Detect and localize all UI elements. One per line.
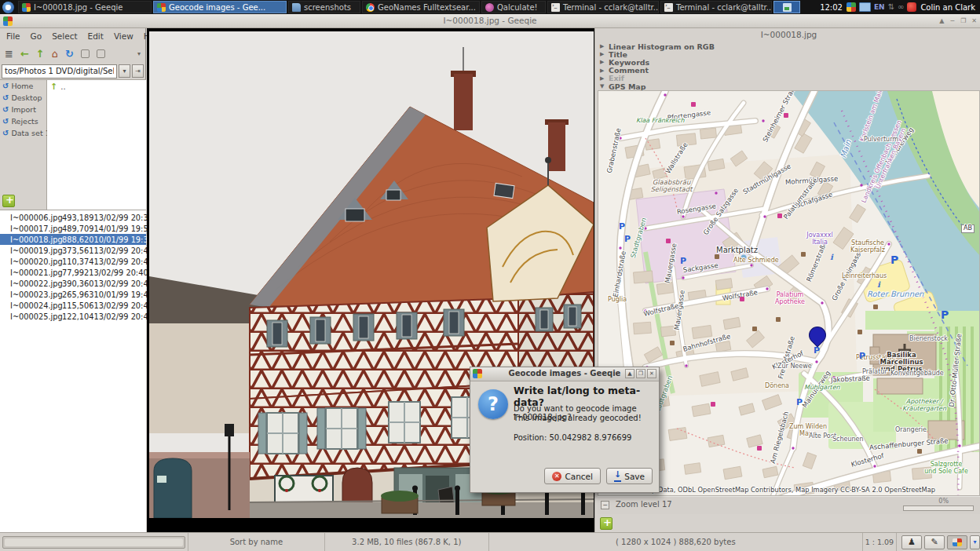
bookmark-icon: ↺ [2,129,9,137]
dialog-text-line2: This image is already geocoded! [514,414,642,422]
left-panel: FileGoSelectEditViewHelp ≣←↑⌂↻▾ ▾ ⇥ ↺ Ho… [0,28,146,532]
dialog-window-control-icon[interactable]: ▲ [625,369,634,378]
map-poi-icon [858,330,862,334]
save-button[interactable]: ↓ Save [606,468,653,484]
toolbar-icon[interactable]: ← [20,48,29,60]
toolbar-icon[interactable]: ↑ [36,48,45,60]
taskbar: I~000018.jpg - Geeqie Geocode images - G… [0,0,980,14]
taskbar-window-button[interactable]: GeoNames Fulltextsear... [362,1,480,13]
sidebar-section-header[interactable]: ▶ Title [598,50,980,58]
file-row[interactable]: I~000020.jpg 110,374 13/02/99 20:40:00 [0,256,146,267]
tray-icon[interactable] [859,2,871,12]
map-poi-icon: P [859,352,865,360]
shortcut-item[interactable]: ↺ Data set 1 [0,127,46,139]
map-label: Glaabsbräu Seligenstadt [647,179,696,193]
sidebar-section-header[interactable]: ▼ GPS Map [598,82,980,90]
map-label: Pulverturm [864,137,898,143]
file-row[interactable]: I~000021.jpg 77,992 13/02/99 20:40:02 [0,267,146,278]
window-control-icon[interactable]: − [949,16,955,26]
file-row[interactable]: I~000025.jpg 122,104 13/02/99 20:40:08 [0,312,146,323]
file-row[interactable]: I~000006.jpg 493,189 13/02/99 20:39:56 [0,212,146,223]
map-poi-icon: i [877,281,880,289]
tray-icon[interactable]: ∞ [898,2,904,13]
map-label: Bienenstock [909,336,948,342]
status-tool-button[interactable]: ✎ [924,535,945,549]
taskbar-window-label: Qalculate! [497,3,538,12]
sidebar-section-header[interactable]: ▶ Linear Histogram on RGB [598,42,980,50]
taskbar-window-button[interactable]: Geocode images - Gee... [153,1,287,13]
file-row[interactable]: I~000017.jpg 489,709 14/01/99 19:55:42 [0,223,146,234]
tray-icon[interactable]: EN [874,2,885,13]
cancel-button[interactable]: ✕ Cancel [544,468,601,484]
path-dropdown-button[interactable]: ▾ [119,64,130,78]
status-bar: Sort by name 3.2 MB, 10 files (867.8 K, … [0,532,980,551]
toolbar-icon[interactable]: ≣ [5,48,13,60]
start-menu-icon[interactable] [2,2,14,13]
folder-up-item[interactable]: ↑ .. [47,80,146,93]
menu-item[interactable]: Go [31,31,42,45]
dialog-window-control-icon[interactable]: ✕ [647,369,656,378]
tray-icon[interactable] [847,2,856,12]
file-row[interactable]: I~000022.jpg 390,360 13/02/99 20:40:06 [0,279,146,290]
toolbar-icon[interactable] [81,49,90,58]
taskbar-window-label: I~000018.jpg - Geeqie [34,3,122,12]
sidebar-section-header[interactable]: ▶ Comment [598,67,980,75]
file-row[interactable]: I~000023.jpg 265,963 10/01/99 19:40:46 [0,290,146,301]
file-row[interactable]: I~000024.jpg 115,506 13/02/99 20:40:08 [0,301,146,312]
menu-item[interactable]: Edit [88,31,104,45]
map-label: AB [961,224,975,232]
toolbar-icon[interactable] [97,49,105,58]
menu-item[interactable]: File [6,31,20,45]
dialog-window-control-icon[interactable]: ❐ [636,369,645,378]
taskbar-window-button[interactable]: Qalculate! [481,1,546,13]
taskbar-window-label: GeoNames Fulltextsear... [378,3,476,12]
shortcut-item[interactable]: ↺ Import [0,104,46,115]
shortcut-item[interactable]: ↺ Rejects [0,115,46,127]
taskbar-window-button[interactable]: I~000018.jpg - Geeqie [18,1,152,13]
path-input[interactable] [2,64,117,78]
collapse-button[interactable]: − [601,501,609,509]
status-tool-button[interactable] [947,535,967,549]
tray-icon[interactable]: ⇅ [888,2,894,13]
zoom-ratio-status[interactable]: 1 : 1.09 [863,533,897,551]
window-control-icon[interactable]: ✕ [971,16,977,26]
taskbar-window-button[interactable]: Terminal - cclark@talltr... [660,1,772,13]
menu-item[interactable]: View [114,31,133,45]
toolbar: ≣←↑⌂↻▾ [0,45,145,63]
tray-icon[interactable] [907,2,916,12]
window-control-icon[interactable]: ❐ [960,16,966,26]
file-row[interactable]: I~000018.jpg 888,620 10/01/99 19:39:16 [0,234,146,245]
map-label: Mühlgarten [804,385,840,391]
window-control-icon[interactable]: ▲ [939,16,944,26]
cancel-x-icon: ✕ [552,472,561,481]
map-poi-icon [752,327,757,331]
bookmark-icon: ↺ [2,117,9,126]
status-tool-button[interactable]: ♟ [901,535,922,549]
sidebar-section-header[interactable]: ▶ Keywords [598,58,980,66]
add-shortcut-button[interactable] [2,195,15,207]
sidebar-section-header[interactable]: ▶ Exif [598,75,980,82]
status-tool-button[interactable]: ▾ [970,535,980,549]
toolbar-icon[interactable]: ⌂ [52,48,58,60]
taskbar-window-button[interactable]: Terminal - cclark@talltr... [547,1,659,13]
map-label: Klaa Fränkreich [636,118,684,124]
shortcut-item[interactable]: ↺ Home [0,80,46,92]
menu-item[interactable]: Select [52,31,77,45]
taskbar-window-button[interactable]: screenshots [288,1,360,13]
sort-by-control[interactable]: Sort by name [188,533,325,551]
dialog-titlebar[interactable]: Geocode images - Geeqie ▲❐✕ [470,367,659,381]
add-button[interactable] [600,517,612,530]
shortcut-item[interactable]: ↺ Desktop [0,92,46,104]
zoom-progressbar [903,505,974,511]
window-icon [292,3,301,12]
folder-pane: ↑ .. [47,79,146,210]
expander-triangle-icon: ▼ [600,83,605,89]
window-titlebar[interactable]: I~000018.jpg - Geeqie ▲−❐✕ [0,14,980,28]
toolbar-icon[interactable]: ↻ [65,48,74,60]
taskbar-window-button[interactable] [773,1,800,13]
toolbar-icon[interactable]: ▾ [137,48,141,60]
taskbar-window-label: Terminal - cclark@talltr... [676,3,772,12]
path-pin-button[interactable]: ⇥ [132,64,144,78]
user-name[interactable]: Colin an Clark [920,3,975,12]
file-row[interactable]: I~000019.jpg 373,561 13/02/99 20:40:00 [0,245,146,256]
